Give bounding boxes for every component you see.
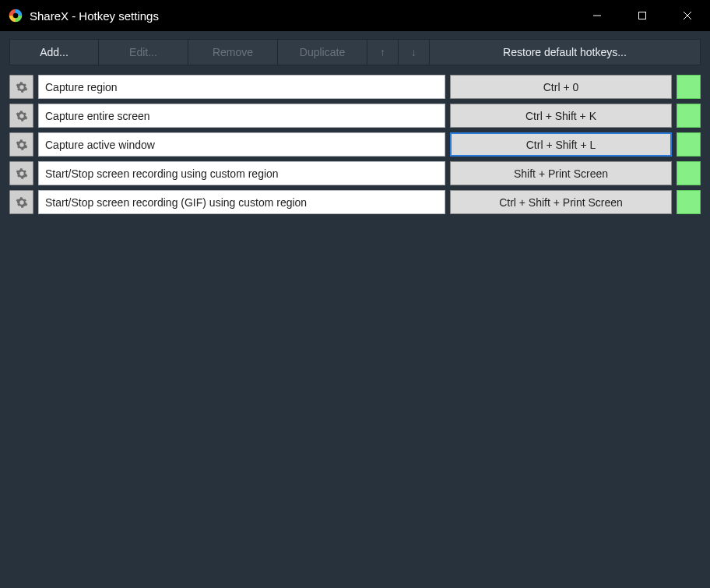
move-up-button[interactable]: ↑ <box>367 39 399 65</box>
gear-icon <box>16 196 28 209</box>
status-indicator <box>677 132 701 157</box>
status-indicator <box>677 161 701 185</box>
hotkey-button[interactable]: Ctrl + Shift + L <box>450 132 672 157</box>
task-name[interactable]: Start/Stop screen recording using custom… <box>38 161 445 185</box>
hotkey-row: Start/Stop screen recording (GIF) using … <box>9 190 701 214</box>
task-settings-button[interactable] <box>9 190 33 214</box>
gear-icon <box>16 81 28 93</box>
duplicate-button[interactable]: Duplicate <box>278 39 367 65</box>
hotkey-row: Start/Stop screen recording using custom… <box>9 161 701 185</box>
svg-rect-1 <box>639 12 646 19</box>
hotkey-label: Ctrl + Shift + Print Screen <box>499 196 623 209</box>
task-name[interactable]: Capture entire screen <box>38 104 445 128</box>
client-area: Add... Edit... Remove Duplicate ↑ ↓ Rest… <box>0 31 710 588</box>
task-label: Capture region <box>45 81 118 93</box>
hotkey-button[interactable]: Shift + Print Screen <box>450 161 672 185</box>
hotkey-label: Ctrl + Shift + K <box>525 110 596 122</box>
window-title: ShareX - Hotkey settings <box>30 9 159 23</box>
hotkey-row: Capture region Ctrl + 0 <box>9 75 701 99</box>
task-label: Start/Stop screen recording (GIF) using … <box>45 196 307 209</box>
window: ShareX - Hotkey settings Add... Edit... … <box>0 0 710 588</box>
titlebar: ShareX - Hotkey settings <box>0 0 710 31</box>
sharex-logo-icon <box>8 8 23 23</box>
gear-icon <box>16 139 28 151</box>
hotkey-row: Capture active window Ctrl + Shift + L <box>9 132 701 157</box>
task-settings-button[interactable] <box>9 75 33 99</box>
hotkey-row: Capture entire screen Ctrl + Shift + K <box>9 104 701 128</box>
task-name[interactable]: Capture region <box>38 75 445 99</box>
hotkey-button[interactable]: Ctrl + Shift + Print Screen <box>450 190 672 214</box>
task-settings-button[interactable] <box>9 132 33 157</box>
task-label: Start/Stop screen recording using custom… <box>45 167 279 180</box>
task-label: Capture entire screen <box>45 110 150 122</box>
task-settings-button[interactable] <box>9 161 33 185</box>
hotkey-rows: Capture region Ctrl + 0 Capture entire s… <box>0 72 710 217</box>
task-name[interactable]: Capture active window <box>38 132 445 157</box>
maximize-button[interactable] <box>620 0 665 31</box>
remove-button[interactable]: Remove <box>188 39 278 65</box>
task-name[interactable]: Start/Stop screen recording (GIF) using … <box>38 190 445 214</box>
status-indicator <box>677 190 701 214</box>
minimize-button[interactable] <box>575 0 620 31</box>
task-settings-button[interactable] <box>9 104 33 128</box>
gear-icon <box>16 167 28 180</box>
status-indicator <box>677 104 701 128</box>
close-button[interactable] <box>665 0 710 31</box>
task-label: Capture active window <box>45 139 155 151</box>
hotkey-button[interactable]: Ctrl + 0 <box>450 75 672 99</box>
move-down-button[interactable]: ↓ <box>399 39 430 65</box>
status-indicator <box>677 75 701 99</box>
toolbar: Add... Edit... Remove Duplicate ↑ ↓ Rest… <box>0 31 710 72</box>
hotkey-label: Ctrl + Shift + L <box>526 139 596 151</box>
hotkey-label: Shift + Print Screen <box>514 167 608 180</box>
hotkey-label: Ctrl + 0 <box>543 81 579 93</box>
restore-defaults-button[interactable]: Restore default hotkeys... <box>430 39 701 65</box>
add-button[interactable]: Add... <box>9 39 99 65</box>
hotkey-button[interactable]: Ctrl + Shift + K <box>450 104 672 128</box>
edit-button[interactable]: Edit... <box>99 39 188 65</box>
gear-icon <box>16 110 28 122</box>
